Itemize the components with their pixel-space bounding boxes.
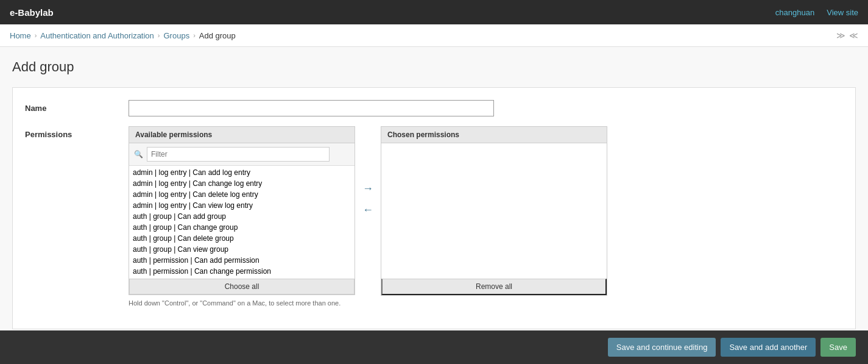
app-title: e-Babylab bbox=[10, 7, 54, 18]
header-right: changhuan View site bbox=[775, 8, 858, 17]
choose-all-button[interactable]: Choose all bbox=[129, 279, 355, 294]
chosen-permissions-header: Chosen permissions bbox=[381, 127, 607, 143]
filter-row: 🔍 bbox=[129, 143, 355, 166]
breadcrumb-sep-3: › bbox=[193, 32, 196, 39]
permissions-transfer-actions: → ← bbox=[355, 126, 381, 273]
breadcrumb-current: Add group bbox=[199, 31, 236, 40]
save-add-button[interactable]: Save and add another bbox=[721, 338, 816, 341]
move-right-button[interactable]: → bbox=[360, 180, 376, 198]
move-left-button[interactable]: ← bbox=[360, 201, 376, 219]
breadcrumb-home[interactable]: Home bbox=[10, 31, 31, 40]
chosen-permissions-select[interactable] bbox=[381, 143, 588, 256]
name-row: Name bbox=[25, 100, 843, 116]
breadcrumb: Home › Authentication and Authorization … bbox=[0, 24, 868, 47]
chosen-permissions-list-wrapper bbox=[381, 143, 607, 279]
available-permissions-panel: Available permissions 🔍 admin | log entr… bbox=[129, 126, 355, 295]
expand-icon[interactable]: ≪ bbox=[849, 30, 858, 40]
remove-all-button[interactable]: Remove all bbox=[381, 279, 607, 295]
footer: Save and continue editing Save and add a… bbox=[0, 330, 868, 341]
filter-input[interactable] bbox=[147, 147, 330, 162]
breadcrumb-collapse-icons[interactable]: ≫ ≪ bbox=[836, 30, 858, 40]
collapse-icon[interactable]: ≫ bbox=[836, 30, 845, 40]
page-title: Add group bbox=[12, 59, 856, 75]
permissions-label: Permissions bbox=[25, 126, 129, 139]
breadcrumb-sep-2: › bbox=[158, 32, 160, 39]
available-permissions-list-wrapper: admin | log entry | Can add log entryadm… bbox=[129, 166, 355, 279]
save-continue-button[interactable]: Save and continue editing bbox=[608, 338, 716, 341]
save-button[interactable]: Save bbox=[820, 338, 856, 341]
permissions-widget: Available permissions 🔍 admin | log entr… bbox=[129, 126, 843, 296]
available-permissions-header: Available permissions bbox=[129, 127, 355, 143]
breadcrumb-groups[interactable]: Groups bbox=[164, 31, 190, 40]
header: e-Babylab changhuan View site bbox=[0, 0, 868, 24]
main-content: Add group Name Permissions Available per… bbox=[0, 47, 868, 341]
permissions-field: Available permissions 🔍 admin | log entr… bbox=[129, 126, 843, 307]
name-input[interactable] bbox=[129, 100, 494, 116]
name-label: Name bbox=[25, 100, 129, 113]
username: changhuan bbox=[775, 8, 814, 17]
permissions-row: Permissions Available permissions 🔍 admi… bbox=[25, 126, 843, 307]
available-permissions-select[interactable]: admin | log entry | Can add log entryadm… bbox=[129, 166, 342, 279]
breadcrumb-auth[interactable]: Authentication and Authorization bbox=[40, 31, 153, 40]
search-icon: 🔍 bbox=[134, 150, 143, 159]
form-container: Name Permissions Available permissions 🔍 bbox=[12, 87, 856, 329]
breadcrumb-sep-1: › bbox=[35, 32, 37, 39]
view-site-link[interactable]: View site bbox=[827, 8, 858, 17]
name-field bbox=[129, 100, 843, 116]
chosen-permissions-panel: Chosen permissions Remove all bbox=[381, 126, 607, 296]
help-text: Hold down "Control", or "Command" on a M… bbox=[129, 299, 843, 307]
